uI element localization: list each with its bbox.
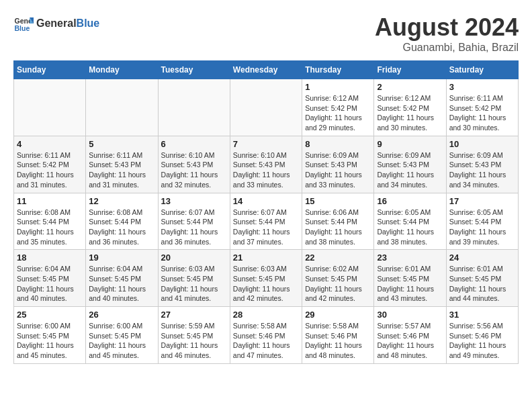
calendar-cell: 4Sunrise: 6:11 AM Sunset: 5:42 PM Daylig… — [14, 136, 86, 193]
day-number: 26 — [89, 310, 154, 320]
header-thursday: Thursday — [302, 61, 374, 79]
day-detail: Sunrise: 6:00 AM Sunset: 5:45 PM Dayligh… — [17, 321, 83, 361]
calendar-cell: 30Sunrise: 5:57 AM Sunset: 5:46 PM Dayli… — [374, 307, 446, 364]
calendar-cell — [230, 79, 302, 136]
logo: General Blue GeneralBlue — [13, 13, 99, 34]
day-number: 31 — [449, 310, 515, 320]
calendar-cell: 21Sunrise: 6:03 AM Sunset: 5:45 PM Dayli… — [230, 250, 302, 307]
day-number: 7 — [233, 139, 299, 149]
day-number: 10 — [449, 139, 515, 149]
week-row-2: 4Sunrise: 6:11 AM Sunset: 5:42 PM Daylig… — [14, 136, 519, 193]
day-number: 22 — [305, 253, 371, 263]
page-header: General Blue GeneralBlue August 2024 Gua… — [13, 13, 519, 54]
day-number: 24 — [449, 253, 515, 263]
day-detail: Sunrise: 6:08 AM Sunset: 5:44 PM Dayligh… — [17, 208, 83, 247]
day-number: 8 — [305, 139, 371, 149]
weekday-header-row: Sunday Monday Tuesday Wednesday Thursday… — [14, 61, 519, 79]
day-detail: Sunrise: 6:09 AM Sunset: 5:43 PM Dayligh… — [377, 150, 443, 190]
day-detail: Sunrise: 6:08 AM Sunset: 5:44 PM Dayligh… — [89, 208, 154, 247]
calendar-cell — [158, 79, 230, 136]
day-number: 15 — [305, 196, 371, 206]
day-number: 30 — [377, 310, 443, 320]
day-number: 17 — [449, 196, 515, 206]
day-detail: Sunrise: 6:02 AM Sunset: 5:45 PM Dayligh… — [305, 264, 371, 304]
day-number: 19 — [89, 253, 154, 263]
day-number: 20 — [161, 253, 227, 263]
day-number: 28 — [233, 310, 299, 320]
calendar-cell: 18Sunrise: 6:04 AM Sunset: 5:45 PM Dayli… — [14, 250, 86, 307]
calendar-cell: 9Sunrise: 6:09 AM Sunset: 5:43 PM Daylig… — [374, 136, 446, 193]
calendar-cell — [14, 79, 86, 136]
day-detail: Sunrise: 6:07 AM Sunset: 5:44 PM Dayligh… — [233, 208, 299, 247]
calendar-cell: 7Sunrise: 6:10 AM Sunset: 5:43 PM Daylig… — [230, 136, 302, 193]
calendar-cell: 13Sunrise: 6:07 AM Sunset: 5:44 PM Dayli… — [158, 193, 230, 250]
header-sunday: Sunday — [14, 61, 86, 79]
logo-blue: Blue — [77, 17, 100, 30]
logo-icon: General Blue — [13, 13, 34, 34]
day-detail: Sunrise: 6:12 AM Sunset: 5:42 PM Dayligh… — [305, 93, 371, 133]
calendar-cell: 3Sunrise: 6:11 AM Sunset: 5:42 PM Daylig… — [446, 79, 518, 136]
day-number: 23 — [377, 253, 443, 263]
calendar-cell: 25Sunrise: 6:00 AM Sunset: 5:45 PM Dayli… — [14, 307, 86, 364]
day-detail: Sunrise: 5:56 AM Sunset: 5:46 PM Dayligh… — [449, 321, 515, 361]
day-number: 11 — [17, 196, 83, 206]
calendar-cell: 11Sunrise: 6:08 AM Sunset: 5:44 PM Dayli… — [14, 193, 86, 250]
day-detail: Sunrise: 5:58 AM Sunset: 5:46 PM Dayligh… — [233, 321, 299, 361]
day-number: 4 — [17, 139, 83, 149]
day-detail: Sunrise: 5:59 AM Sunset: 5:45 PM Dayligh… — [161, 321, 227, 361]
calendar-cell: 17Sunrise: 6:05 AM Sunset: 5:44 PM Dayli… — [446, 193, 518, 250]
day-number: 25 — [17, 310, 83, 320]
day-number: 6 — [161, 139, 227, 149]
calendar-table: Sunday Monday Tuesday Wednesday Thursday… — [13, 60, 519, 364]
day-detail: Sunrise: 6:09 AM Sunset: 5:43 PM Dayligh… — [449, 150, 515, 190]
calendar-cell: 15Sunrise: 6:06 AM Sunset: 5:44 PM Dayli… — [302, 193, 374, 250]
week-row-1: 1Sunrise: 6:12 AM Sunset: 5:42 PM Daylig… — [14, 79, 519, 136]
day-detail: Sunrise: 5:58 AM Sunset: 5:46 PM Dayligh… — [305, 321, 371, 361]
week-row-5: 25Sunrise: 6:00 AM Sunset: 5:45 PM Dayli… — [14, 307, 519, 364]
day-detail: Sunrise: 6:03 AM Sunset: 5:45 PM Dayligh… — [161, 264, 227, 304]
calendar-location: Guanambi, Bahia, Brazil — [375, 42, 519, 54]
day-detail: Sunrise: 6:01 AM Sunset: 5:45 PM Dayligh… — [449, 264, 515, 304]
day-detail: Sunrise: 6:03 AM Sunset: 5:45 PM Dayligh… — [233, 264, 299, 304]
day-number: 1 — [305, 82, 371, 92]
day-detail: Sunrise: 6:05 AM Sunset: 5:44 PM Dayligh… — [449, 208, 515, 247]
title-block: August 2024 Guanambi, Bahia, Brazil — [375, 13, 519, 54]
day-detail: Sunrise: 5:57 AM Sunset: 5:46 PM Dayligh… — [377, 321, 443, 361]
calendar-cell: 10Sunrise: 6:09 AM Sunset: 5:43 PM Dayli… — [446, 136, 518, 193]
week-row-3: 11Sunrise: 6:08 AM Sunset: 5:44 PM Dayli… — [14, 193, 519, 250]
day-detail: Sunrise: 6:04 AM Sunset: 5:45 PM Dayligh… — [89, 264, 154, 304]
day-detail: Sunrise: 6:10 AM Sunset: 5:43 PM Dayligh… — [233, 150, 299, 190]
day-number: 29 — [305, 310, 371, 320]
calendar-cell: 2Sunrise: 6:12 AM Sunset: 5:42 PM Daylig… — [374, 79, 446, 136]
calendar-cell: 22Sunrise: 6:02 AM Sunset: 5:45 PM Dayli… — [302, 250, 374, 307]
calendar-cell: 20Sunrise: 6:03 AM Sunset: 5:45 PM Dayli… — [158, 250, 230, 307]
day-detail: Sunrise: 6:05 AM Sunset: 5:44 PM Dayligh… — [377, 208, 443, 247]
calendar-cell: 14Sunrise: 6:07 AM Sunset: 5:44 PM Dayli… — [230, 193, 302, 250]
calendar-cell: 19Sunrise: 6:04 AM Sunset: 5:45 PM Dayli… — [86, 250, 158, 307]
calendar-cell: 26Sunrise: 6:00 AM Sunset: 5:45 PM Dayli… — [86, 307, 158, 364]
day-detail: Sunrise: 6:11 AM Sunset: 5:42 PM Dayligh… — [17, 150, 83, 190]
day-number: 16 — [377, 196, 443, 206]
day-number: 14 — [233, 196, 299, 206]
header-wednesday: Wednesday — [230, 61, 302, 79]
day-detail: Sunrise: 6:10 AM Sunset: 5:43 PM Dayligh… — [161, 150, 227, 190]
day-detail: Sunrise: 6:04 AM Sunset: 5:45 PM Dayligh… — [17, 264, 83, 304]
day-number: 2 — [377, 82, 443, 92]
calendar-cell: 12Sunrise: 6:08 AM Sunset: 5:44 PM Dayli… — [86, 193, 158, 250]
day-number: 3 — [449, 82, 515, 92]
calendar-cell: 27Sunrise: 5:59 AM Sunset: 5:45 PM Dayli… — [158, 307, 230, 364]
header-friday: Friday — [374, 61, 446, 79]
calendar-cell: 31Sunrise: 5:56 AM Sunset: 5:46 PM Dayli… — [446, 307, 518, 364]
calendar-cell: 1Sunrise: 6:12 AM Sunset: 5:42 PM Daylig… — [302, 79, 374, 136]
calendar-cell: 16Sunrise: 6:05 AM Sunset: 5:44 PM Dayli… — [374, 193, 446, 250]
calendar-cell: 5Sunrise: 6:11 AM Sunset: 5:43 PM Daylig… — [86, 136, 158, 193]
day-number: 21 — [233, 253, 299, 263]
day-number: 13 — [161, 196, 227, 206]
day-number: 9 — [377, 139, 443, 149]
day-detail: Sunrise: 6:00 AM Sunset: 5:45 PM Dayligh… — [89, 321, 154, 361]
day-detail: Sunrise: 6:01 AM Sunset: 5:45 PM Dayligh… — [377, 264, 443, 304]
day-number: 12 — [89, 196, 154, 206]
day-detail: Sunrise: 6:12 AM Sunset: 5:42 PM Dayligh… — [377, 93, 443, 133]
calendar-title: August 2024 — [375, 13, 519, 42]
day-detail: Sunrise: 6:11 AM Sunset: 5:43 PM Dayligh… — [89, 150, 154, 190]
